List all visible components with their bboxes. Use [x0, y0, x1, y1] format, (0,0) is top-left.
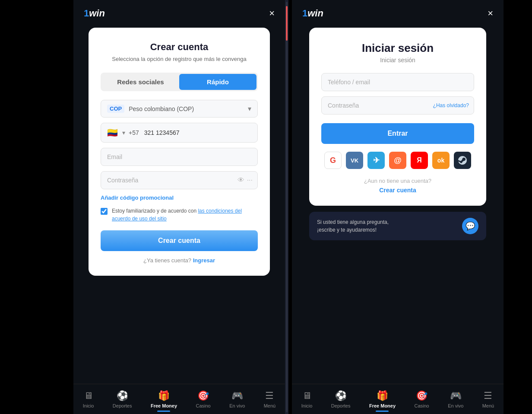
nav-inicio[interactable]: 🖥 Inicio — [79, 389, 98, 410]
nav-menu-label: Menú — [264, 403, 276, 408]
nav-casino[interactable]: 🎯 Casino — [193, 389, 214, 410]
right-sports-icon: ⚽ — [335, 390, 347, 401]
live-icon: 🎮 — [231, 390, 243, 401]
create-account-link[interactable]: Crear cuenta — [321, 187, 474, 194]
right-nav-menu-label: Menú — [482, 403, 494, 408]
chat-button[interactable]: 💬 — [462, 218, 478, 234]
right-nav-menu[interactable]: ☰ Menú — [479, 389, 498, 410]
logo-win: win — [89, 8, 105, 19]
right-nav-free-money-label: Free Money — [369, 403, 396, 408]
scrollbar-thumb[interactable] — [286, 6, 288, 41]
left-panel: 1win × Crear cuenta Selecciona la opción… — [73, 0, 285, 414]
right-nav-free-money[interactable]: 🎁 Free Money — [366, 389, 399, 410]
forgot-password-link[interactable]: ¿Has olvidado? — [433, 102, 469, 108]
flag-icon: 🇨🇴 — [107, 127, 118, 138]
right-nav-casino[interactable]: 🎯 Casino — [411, 389, 433, 410]
right-menu-icon: ☰ — [484, 390, 492, 401]
terms-text: Estoy familiarizado y de acuerdo con las… — [112, 207, 258, 223]
promo-code-link[interactable]: Añadir código promocional — [101, 194, 258, 201]
currency-badge: COP — [107, 105, 124, 113]
right-gift-icon: 🎁 — [377, 390, 388, 401]
mail-login-btn[interactable]: @ — [389, 152, 406, 169]
password-icons: 👁 ··· — [238, 176, 253, 184]
right-close-button[interactable]: × — [488, 9, 493, 18]
nav-inicio-label: Inicio — [83, 403, 94, 408]
login-card: Iniciar sesión Iniciar sesión ¿Has olvid… — [309, 28, 486, 206]
left-header: 1win × — [73, 0, 285, 23]
register-card: Crear cuenta Selecciona la opción de reg… — [89, 28, 270, 276]
right-nav-inicio[interactable]: 🖥 Inicio — [298, 389, 316, 410]
gift-icon: 🎁 — [158, 390, 170, 401]
casino-icon: 🎯 — [197, 390, 209, 401]
nav-free-money[interactable]: 🎁 Free Money — [147, 389, 180, 410]
yandex-login-btn[interactable]: Я — [411, 152, 428, 169]
terms-checkbox[interactable] — [101, 208, 108, 215]
tab-social[interactable]: Redes sociales — [102, 74, 179, 90]
right-nav-deportes-label: Deportes — [331, 403, 351, 408]
right-panel: 1win × Iniciar sesión Iniciar sesión ¿Ha… — [292, 0, 504, 414]
phone-chevron-icon: ▾ — [122, 129, 125, 136]
right-header: 1win × — [292, 0, 504, 23]
right-logo-one: 1 — [302, 8, 307, 19]
nav-menu[interactable]: ☰ Menú — [260, 389, 279, 410]
login-subtitle: Iniciar sesión — [321, 57, 474, 64]
nav-en-vivo[interactable]: 🎮 En vivo — [226, 389, 248, 410]
tab-quick[interactable]: Rápido — [179, 74, 256, 90]
right-casino-icon: 🎯 — [416, 390, 428, 401]
chevron-down-icon: ▾ — [248, 105, 251, 113]
steam-login-btn[interactable] — [454, 152, 471, 169]
left-close-button[interactable]: × — [269, 9, 275, 18]
register-title: Crear cuenta — [101, 41, 258, 53]
vk-login-btn[interactable]: VK — [346, 152, 363, 169]
eye-icon[interactable]: 👁 — [238, 176, 244, 184]
right-nav-en-vivo[interactable]: 🎮 En vivo — [444, 389, 467, 410]
home-icon: 🖥 — [84, 390, 93, 401]
right-nav-inicio-label: Inicio — [301, 403, 313, 408]
currency-name: Peso colombiano (COP) — [129, 105, 248, 112]
password-row: 👁 ··· — [101, 171, 258, 189]
sports-icon: ⚽ — [117, 390, 128, 401]
scrollbar-track — [286, 2, 288, 412]
nav-deportes-label: Deportes — [113, 403, 132, 408]
nav-deportes[interactable]: ⚽ Deportes — [109, 389, 136, 410]
chat-widget: Si usted tiene alguna pregunta, ¡escribe… — [309, 212, 486, 240]
right-nav-deportes[interactable]: ⚽ Deportes — [328, 389, 354, 410]
menu-icon: ☰ — [265, 390, 274, 401]
right-nav-en-vivo-label: En vivo — [448, 403, 463, 408]
left-bottom-nav: 🖥 Inicio ⚽ Deportes 🎁 Free Money 🎯 Casin… — [73, 384, 285, 414]
more-icon[interactable]: ··· — [247, 176, 253, 184]
chat-text: Si usted tiene alguna pregunta, ¡escribe… — [317, 218, 389, 234]
login-title: Iniciar sesión — [321, 41, 474, 55]
no-account-text: ¿Aun no tiene una cuenta? — [321, 178, 474, 184]
nav-casino-label: Casino — [196, 403, 211, 408]
login-link[interactable]: Ingresar — [193, 257, 215, 264]
country-code: +57 — [129, 129, 139, 136]
social-login-row: G VK ✈ @ Я ok — [321, 152, 474, 169]
register-tab-row: Redes sociales Rápido — [101, 73, 258, 91]
scrollbar-divider — [285, 0, 288, 414]
logo-one: 1 — [84, 8, 89, 19]
terms-checkbox-row: Estoy familiarizado y de acuerdo con las… — [101, 207, 258, 223]
google-login-btn[interactable]: G — [324, 152, 342, 169]
right-bottom-nav: 🖥 Inicio ⚽ Deportes 🎁 Free Money 🎯 Casin… — [292, 384, 504, 414]
nav-en-vivo-label: En vivo — [229, 403, 245, 408]
create-account-button[interactable]: Crear cuenta — [101, 230, 258, 251]
right-live-icon: 🎮 — [450, 390, 462, 401]
nav-free-money-label: Free Money — [151, 403, 177, 408]
login-link-row: ¿Ya tienes cuenta? Ingresar — [101, 257, 258, 264]
login-password-row: ¿Has olvidado? — [321, 96, 474, 115]
register-subtitle: Selecciona la opción de registro que más… — [101, 55, 258, 63]
phone-row: 🇨🇴 ▾ +57 — [101, 123, 258, 143]
phone-email-input[interactable] — [321, 73, 474, 91]
phone-input[interactable] — [144, 129, 251, 136]
password-input[interactable] — [101, 171, 258, 189]
right-home-icon: 🖥 — [302, 390, 312, 401]
email-input[interactable] — [101, 148, 258, 166]
left-logo: 1win — [84, 8, 105, 19]
ok-login-btn[interactable]: ok — [432, 152, 450, 169]
currency-selector[interactable]: COP Peso colombiano (COP) ▾ — [101, 100, 258, 118]
right-logo-win: win — [307, 8, 323, 19]
enter-button[interactable]: Entrar — [321, 123, 474, 144]
right-logo: 1win — [302, 8, 323, 19]
telegram-login-btn[interactable]: ✈ — [367, 152, 385, 169]
